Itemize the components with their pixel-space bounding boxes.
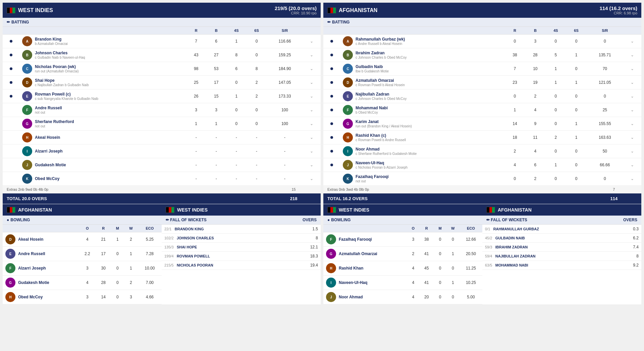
af-col-4s: 4S xyxy=(545,27,566,35)
runs: 14 xyxy=(504,117,525,131)
balls: 4 xyxy=(525,103,545,117)
runs: 1 xyxy=(504,103,525,117)
expand-icon[interactable]: ⌄ xyxy=(623,172,641,186)
bowler-name: Andre Russell xyxy=(18,251,45,256)
fow-player: NAJIBULLAH ZADRAN xyxy=(495,254,536,258)
table-row: B Ibrahim Zadran c Johnson Charles b Obe… xyxy=(323,48,641,62)
maidens: 0 xyxy=(434,290,446,304)
table-row: K Fazalhaq Farooqi not out 0 2 0 0 0 ⌄ xyxy=(323,172,641,186)
wi-batting-table: R B 4S 6S S/R A Brandon King b Azmatulla… xyxy=(3,27,321,204)
bowler-name: Alzarri Joseph xyxy=(18,266,46,271)
player-name: Ibrahim Zadran xyxy=(356,51,407,55)
sr: 173.33 xyxy=(267,90,303,103)
bcol-w: W xyxy=(124,225,138,232)
wi-bcol-eco: ECO xyxy=(460,225,482,232)
sixes: 0 xyxy=(566,103,586,117)
maidens: 0 xyxy=(111,247,124,261)
expand-icon[interactable]: ⌄ xyxy=(623,103,641,117)
expand-icon[interactable]: ⌄ xyxy=(303,76,321,90)
wi-fow-table: 22/1 BRANDON KING 1.5 102/2 JOHNSON CHAR… xyxy=(162,225,321,270)
runs: 41 xyxy=(419,247,434,261)
af-total-row: TOTAL 16.2 OVERS 114 xyxy=(323,193,641,204)
expand-icon[interactable]: ⌄ xyxy=(303,158,321,172)
table-row: F Mohammad Nabi b Obed McCoy 1 4 0 0 25 … xyxy=(323,103,641,117)
wi-bcol-r: R xyxy=(419,225,434,232)
player-name: Fazalhaq Farooqi xyxy=(356,174,389,179)
expand-icon[interactable]: ⌄ xyxy=(623,90,641,103)
expand-icon[interactable]: ⌄ xyxy=(303,103,321,117)
af-bowling-section-label: ● BOWLING xyxy=(3,216,162,225)
expand-icon[interactable]: ⌄ xyxy=(303,144,321,158)
player-dismissal: c sub Nangeyalia Kharote b Gulbadin Naib xyxy=(35,97,98,101)
expand-icon[interactable]: ⌄ xyxy=(623,76,641,90)
balls: 27 xyxy=(206,48,226,62)
expand-icon[interactable]: ⌄ xyxy=(303,117,321,131)
fow-score: 135/3 xyxy=(164,245,174,249)
maidens: 1 xyxy=(111,232,124,247)
sr: 0 xyxy=(587,172,623,186)
fours: 1 xyxy=(226,90,247,103)
expand-icon[interactable]: ⌄ xyxy=(303,62,321,76)
maidens: 0 xyxy=(434,276,446,290)
table-row: H Obed McCoy 3 14 0 3 4.66 xyxy=(3,290,162,304)
runs: 7 xyxy=(186,35,206,48)
sixes: 1 xyxy=(566,76,586,90)
economy: 10.00 xyxy=(138,261,162,276)
expand-icon[interactable]: ⌄ xyxy=(623,117,641,131)
wi-team-name-header: WEST INDIES xyxy=(7,7,53,13)
expand-icon[interactable]: ⌄ xyxy=(303,131,321,144)
fours: 0 xyxy=(545,172,566,186)
af-fow-pencil-icon: ✏ xyxy=(486,218,490,222)
expand-icon[interactable]: ⌄ xyxy=(303,172,321,186)
af-fow-section-label: ✏ FALL OF WICKETS OVERS xyxy=(482,216,641,225)
expand-icon[interactable]: ⌄ xyxy=(303,90,321,103)
wi-bowling-header: WEST INDIES xyxy=(323,204,482,216)
fow-player: MOHAMMAD NABI xyxy=(495,263,528,267)
sixes: 0 xyxy=(247,117,267,131)
fours: 8 xyxy=(226,48,247,62)
fow-overs: 6.2 xyxy=(616,234,641,243)
runs: 26 xyxy=(186,90,206,103)
expand-icon[interactable]: ⌄ xyxy=(623,131,641,144)
overs: 2 xyxy=(407,247,419,261)
expand-icon[interactable]: ⌄ xyxy=(623,144,641,158)
sixes: 0 xyxy=(566,144,586,158)
expand-icon[interactable]: ⌄ xyxy=(623,48,641,62)
fow-player: ROVMAN POWELL xyxy=(177,254,210,258)
runs: - xyxy=(186,131,206,144)
fow-score: 0/1 xyxy=(485,227,490,231)
table-row: G Karim Janat run out (Brandon King / Ak… xyxy=(323,117,641,131)
fow-overs: 9.2 xyxy=(616,261,641,270)
runs: 28 xyxy=(96,276,111,290)
wi-fow-team: WEST INDIES xyxy=(177,207,208,213)
runs: 4 xyxy=(504,158,525,172)
player-name: Gudakesh Motie xyxy=(35,163,66,167)
table-row: A Brandon King b Azmatullah Omarzai 7 6 … xyxy=(3,35,321,48)
wickets: 1 xyxy=(124,247,138,261)
runs: 43 xyxy=(186,48,206,62)
wickets: 2 xyxy=(124,232,138,247)
player-name: Karim Janat xyxy=(356,119,412,124)
af-fow-header: AFGHANISTAN xyxy=(482,204,641,216)
player-name: Alzarri Joseph xyxy=(35,149,63,154)
bowler-name: Gudakesh Motie xyxy=(18,280,49,285)
runs: 98 xyxy=(186,62,206,76)
table-row: I Noor Ahmad c Sherfane Rutherford b Gud… xyxy=(323,144,641,158)
wi-fow-flag-icon xyxy=(166,207,174,213)
balls: 53 xyxy=(206,62,226,76)
fours: 0 xyxy=(545,117,566,131)
wi-bcol-w: W xyxy=(446,225,460,232)
expand-icon[interactable]: ⌄ xyxy=(303,48,321,62)
wi-team-header: WEST INDIES 219/5 (20.0 overs) CRR: 10.9… xyxy=(3,3,321,18)
balls: - xyxy=(206,158,226,172)
fours: 0 xyxy=(226,103,247,117)
runs: 0 xyxy=(504,35,525,48)
af-bowling-table: O R M W ECO D Akeal Hosein 4 21 1 2 5. xyxy=(3,225,162,304)
expand-icon[interactable]: ⌄ xyxy=(623,158,641,172)
sixes: 0 xyxy=(247,103,267,117)
table-row: E Andre Russell 2.2 17 0 1 7.28 xyxy=(3,247,162,261)
expand-icon[interactable]: ⌄ xyxy=(623,62,641,76)
expand-icon[interactable]: ⌄ xyxy=(303,35,321,48)
player-name: Brandon King xyxy=(35,37,68,42)
expand-icon[interactable]: ⌄ xyxy=(623,35,641,48)
